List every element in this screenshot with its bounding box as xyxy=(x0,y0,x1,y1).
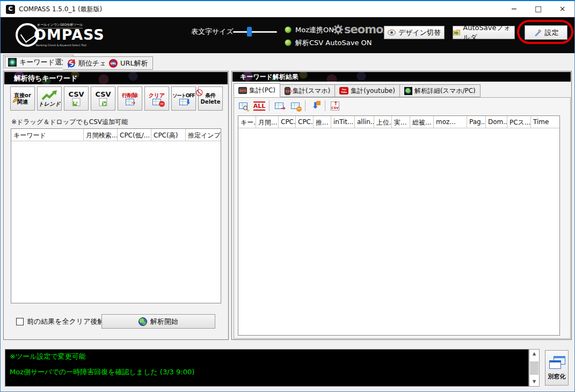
font-size-label: 表文字サイズ xyxy=(191,27,234,37)
rcol-cpc-low[interactable]: CPC... xyxy=(279,116,296,128)
pending-table-header: キーワード 月間検索... CPC(低/... CPC(高) 推定インプ... xyxy=(11,129,221,141)
title-bar[interactable]: C COMPASS 1.5.0_1 (最新版) − □ × xyxy=(1,1,574,17)
start-analysis-label: 解析開始 xyxy=(150,317,178,326)
rcol-keyword[interactable]: キー... xyxy=(238,116,256,128)
rcol-pc-score[interactable]: PCス... xyxy=(507,116,531,128)
sort-off-arrow-icon: ⬇ xyxy=(185,99,191,105)
scroll-up-icon[interactable]: ▲ xyxy=(529,350,539,358)
pending-keywords-table[interactable]: キーワード 月間検索... CPC(低/... CPC(高) 推定インプ... xyxy=(11,128,221,303)
rcol-backlinks[interactable]: 総被... xyxy=(410,116,434,128)
analysis-detail-globe-icon xyxy=(404,87,412,95)
popout-label: 別窓化 xyxy=(545,373,568,381)
tab-keyword-label: キーワード選定 xyxy=(19,57,69,67)
rcol-actual[interactable]: 実... xyxy=(392,116,410,128)
seomoz-logo: seomoz xyxy=(333,23,389,36)
condition-delete-line2: Delete xyxy=(201,99,221,105)
status-log-box[interactable]: ※ツール設定で変更可能 Moz側サーバでの一時障害回復を確認しました (3/3 … xyxy=(5,349,529,387)
search-filter-button[interactable] xyxy=(237,100,250,112)
rcol-top[interactable]: 上位... xyxy=(374,116,392,128)
condition-delete-line1: 条件 xyxy=(205,92,216,99)
logo-text: OMPASS xyxy=(34,26,105,43)
direct-related-button[interactable]: 直接or 関連 xyxy=(10,86,35,111)
col-monthly-search[interactable]: 月間検索... xyxy=(84,129,118,141)
trend-button[interactable]: トレンド xyxy=(37,86,62,111)
popout-window-button[interactable]: 別窓化 xyxy=(545,350,569,386)
col-keyword[interactable]: キーワード xyxy=(11,129,84,141)
autosave-folder-button[interactable]: AutoSaveフォルダ xyxy=(453,26,515,39)
results-table-header: キー... 月間... CPC... CPC... 推... inTit... … xyxy=(238,116,559,128)
maximize-button[interactable]: □ xyxy=(526,1,550,17)
result-csv-export-button[interactable]: CSV xyxy=(329,100,341,112)
result-row-delete-button[interactable]: ➜ xyxy=(273,100,286,112)
toolbar-separator xyxy=(305,100,305,111)
app-icon: C xyxy=(6,5,15,14)
clear-before-analyze-checkbox[interactable] xyxy=(16,318,24,325)
col-est-impressions[interactable]: 推定インプ... xyxy=(186,129,221,141)
clear-before-analyze-option[interactable]: 前の結果を全クリア後解析 xyxy=(16,317,112,326)
rcol-page[interactable]: Pag... xyxy=(467,116,486,128)
row-delete-label: 行削除 xyxy=(122,92,138,99)
tab-aggregate-youtube[interactable]: You Tube 集計(youtube) xyxy=(335,84,400,97)
youtube-icon: You Tube xyxy=(339,87,348,95)
col-cpc-high[interactable]: CPC(高) xyxy=(151,129,186,141)
red-arrow-icon: ➜ xyxy=(281,105,286,112)
col-cpc-low[interactable]: CPC(低/... xyxy=(118,129,151,141)
wrench-icon xyxy=(534,28,542,37)
rcol-monthly[interactable]: 月間... xyxy=(256,116,279,128)
scrollbar-thumb[interactable] xyxy=(530,361,538,375)
sort-off-button[interactable]: ソートOFF ⬇ xyxy=(171,86,196,111)
scroll-down-icon[interactable]: ▼ xyxy=(529,378,539,386)
app-header: オールインワンSEO分析ツール OMPASS Ranking Check & K… xyxy=(1,17,574,53)
analysis-results-title: キーワード解析結果 xyxy=(232,72,571,82)
font-size-slider-thumb[interactable] xyxy=(247,27,252,37)
csv-export-arrow-icon xyxy=(99,98,107,106)
rcol-time[interactable]: Time xyxy=(531,116,554,128)
autosave-folder-label: AutoSaveフォルダ xyxy=(463,23,514,42)
tab-url-analysis[interactable]: URL URL解析 xyxy=(105,56,153,70)
rcol-est[interactable]: 推... xyxy=(314,116,331,128)
rcol-cpc-high[interactable]: CPC... xyxy=(296,116,314,128)
results-toolbar: ALL ➜ − ⬇ CSV xyxy=(237,100,341,112)
minimize-button[interactable]: − xyxy=(502,1,526,17)
tab-analysis-detail[interactable]: 解析詳細(スマホ/PC) xyxy=(400,84,481,97)
url-badge-icon: URL xyxy=(109,59,118,68)
result-clear-button[interactable]: − xyxy=(289,100,302,112)
csv-export-button[interactable]: CSV xyxy=(91,86,115,111)
pending-table-body[interactable] xyxy=(11,141,221,303)
start-analysis-button[interactable]: 解析開始 xyxy=(101,314,215,329)
rcol-intitle[interactable]: inTit... xyxy=(331,116,355,128)
pending-keywords-panel: 解析待ちキーワード 直接or 関連 トレンド CSV xyxy=(3,71,229,340)
status-scrollbar[interactable]: ▲ ▼ xyxy=(529,349,540,387)
show-all-button[interactable]: ALL xyxy=(253,100,266,112)
orange-minus-icon: − xyxy=(296,106,302,112)
sort-badge-icon xyxy=(316,101,321,105)
settings-button[interactable]: 設定 xyxy=(525,25,567,40)
logo-tagline-bottom: Ranking Check & Keyword Select Tool xyxy=(36,43,86,47)
tab-aggregate-smartphone[interactable]: SEO 集計(スマホ) xyxy=(280,84,335,97)
condition-delete-button[interactable]: 条件 Delete ⃠ xyxy=(198,86,223,111)
rcol-moz[interactable]: moz... xyxy=(434,116,467,128)
trend-label: トレンド xyxy=(39,101,61,107)
design-toggle-button[interactable]: デザイン切替 xyxy=(384,26,445,39)
font-size-slider-track[interactable] xyxy=(233,31,277,33)
eye-icon xyxy=(388,30,396,35)
rcol-allintitle[interactable]: allin... xyxy=(355,116,374,128)
results-table[interactable]: キー... 月間... CPC... CPC... 推... inTit... … xyxy=(238,115,560,336)
tab-aggregate-smartphone-label: 集計(スマホ) xyxy=(293,86,330,96)
keyword-target-icon xyxy=(8,58,17,67)
seo-pc-icon: SEO xyxy=(238,87,247,94)
tab-aggregate-pc[interactable]: SEO 集計(PC) xyxy=(234,83,280,97)
rcol-domain[interactable]: Dom... xyxy=(486,116,507,128)
seomoz-gear-icon xyxy=(333,25,343,34)
result-sort-button[interactable]: ⬇ xyxy=(309,100,322,112)
csv-import-arrow-icon xyxy=(72,98,81,106)
magnifier-icon xyxy=(243,105,249,112)
close-button[interactable]: × xyxy=(550,1,574,17)
pencil-icon xyxy=(12,97,19,103)
row-delete-button[interactable]: 行削除 ➜ xyxy=(118,86,142,111)
csv-import-button[interactable]: CSV xyxy=(64,86,89,111)
seomoz-brand-text: seomoz xyxy=(344,23,389,36)
results-table-body[interactable] xyxy=(238,128,559,335)
clear-button[interactable]: クリア − xyxy=(144,86,169,111)
tab-analysis-detail-label: 解析詳細(スマホ/PC) xyxy=(414,86,476,96)
